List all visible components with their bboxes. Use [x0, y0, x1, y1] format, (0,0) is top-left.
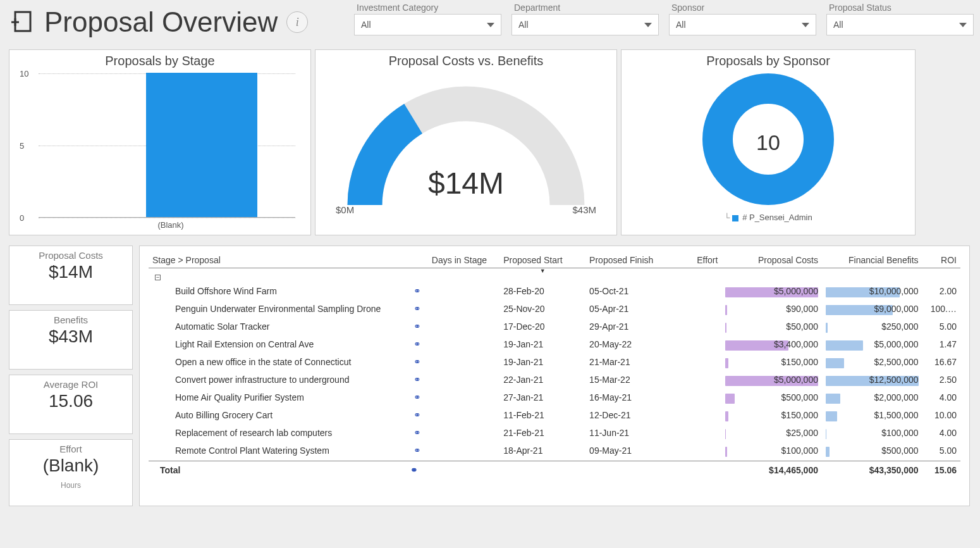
- table-totals-row: Total ⚭ $14,465,000 $43,350,000 15.06: [149, 461, 960, 478]
- chart-title: Proposal Costs vs. Benefits: [315, 50, 616, 70]
- col-days[interactable]: Days in Stage: [428, 249, 499, 268]
- filter-label-sponsor: Sponsor: [669, 0, 816, 14]
- table-row[interactable]: Convert power infrastructure to undergro…: [149, 372, 960, 390]
- proposal-name: Automatic Solar Tracker: [149, 319, 407, 337]
- table-row[interactable]: Home Air Quality Purifier System⚭27-Jan-…: [149, 390, 960, 408]
- gauge-max: $43M: [572, 204, 596, 215]
- card-average-roi[interactable]: Average ROI 15.06: [9, 375, 133, 434]
- col-roi[interactable]: ROI: [922, 249, 960, 268]
- link-icon[interactable]: ⚭: [413, 286, 421, 296]
- card-proposal-costs[interactable]: Proposal Costs $14M: [9, 246, 133, 305]
- collapse-toggle[interactable]: −: [155, 275, 161, 280]
- table-row[interactable]: Light Rail Extension on Central Ave⚭19-J…: [149, 337, 960, 354]
- donut-legend: └ # P_Sensei_Admin: [622, 213, 915, 222]
- link-icon[interactable]: ⚭: [413, 445, 421, 456]
- proposal-name: Convert power infrastructure to undergro…: [149, 372, 407, 390]
- proposal-name: Build Offshore Wind Farm: [149, 283, 407, 301]
- chart-title: Proposals by Sponsor: [622, 50, 915, 70]
- link-icon[interactable]: ⚭: [413, 304, 421, 314]
- link-icon[interactable]: ⚭: [413, 428, 421, 438]
- filter-department[interactable]: All: [511, 14, 659, 35]
- legend-swatch: [732, 215, 738, 221]
- link-icon[interactable]: ⚭: [413, 375, 421, 385]
- filter-status[interactable]: All: [826, 14, 974, 35]
- filter-label-category: Investment Category: [354, 0, 501, 14]
- col-effort[interactable]: Effort: [671, 249, 721, 268]
- filter-category[interactable]: All: [354, 14, 501, 35]
- link-icon[interactable]: ⚭: [413, 321, 421, 332]
- link-icon[interactable]: ⚭: [413, 357, 421, 367]
- proposal-name: Auto Billing Grocery Cart: [149, 408, 407, 425]
- card-effort[interactable]: Effort (Blank) Hours: [9, 439, 133, 506]
- col-costs[interactable]: Proposal Costs: [721, 249, 822, 268]
- chevron-down-icon: [644, 23, 652, 27]
- col-benefits[interactable]: Financial Benefits: [822, 249, 922, 268]
- proposal-icon: [10, 8, 35, 36]
- proposal-name: Light Rail Extension on Central Ave: [149, 337, 407, 354]
- filter-label-status: Proposal Status: [826, 0, 974, 14]
- proposal-name: Replacement of research lab computers: [149, 425, 407, 443]
- table-row[interactable]: Auto Billing Grocery Cart⚭11-Feb-2112-De…: [149, 408, 960, 425]
- chart-proposals-by-sponsor[interactable]: Proposals by Sponsor 10 └ # P_Sensei_Adm…: [621, 49, 916, 235]
- proposal-table[interactable]: Stage > Proposal Days in Stage Proposed …: [139, 246, 970, 506]
- link-icon[interactable]: ⚭: [410, 465, 418, 475]
- col-link: [407, 249, 428, 268]
- bar-category-label: (Blank): [31, 220, 310, 230]
- table-row[interactable]: Remote Control Plant Watering System⚭18-…: [149, 443, 960, 461]
- gauge-min: $0M: [336, 204, 354, 215]
- table-header-row: Stage > Proposal Days in Stage Proposed …: [149, 249, 960, 268]
- proposal-name: Open a new office in the state of Connec…: [149, 354, 407, 372]
- gauge-value: $14M: [315, 166, 616, 201]
- link-icon[interactable]: ⚭: [413, 392, 421, 402]
- card-benefits[interactable]: Benefits $43M: [9, 310, 133, 370]
- proposal-name: Remote Control Plant Watering System: [149, 443, 407, 461]
- table-row[interactable]: Replacement of research lab computers⚭21…: [149, 425, 960, 443]
- col-finish[interactable]: Proposed Finish: [585, 249, 671, 268]
- table-row[interactable]: Build Offshore Wind Farm⚭28-Feb-2005-Oct…: [149, 283, 960, 301]
- table-row[interactable]: Open a new office in the state of Connec…: [149, 354, 960, 372]
- filter-sponsor[interactable]: All: [669, 14, 816, 35]
- info-button[interactable]: i: [286, 11, 308, 33]
- table-row[interactable]: Penguin Underwater Environmental Samplin…: [149, 301, 960, 319]
- chevron-down-icon: [802, 23, 809, 27]
- link-icon[interactable]: ⚭: [413, 410, 421, 420]
- chart-proposals-by-stage[interactable]: Proposals by Stage 0510 (Blank): [9, 49, 311, 235]
- filter-bar: Investment Category All Department All S…: [354, 0, 974, 35]
- chevron-down-icon: [487, 23, 494, 27]
- col-start[interactable]: Proposed Start: [499, 249, 585, 268]
- filter-label-department: Department: [511, 0, 659, 14]
- link-icon[interactable]: ⚭: [413, 339, 421, 349]
- chart-costs-vs-benefits[interactable]: Proposal Costs vs. Benefits $14M $0M $43…: [315, 49, 617, 235]
- col-stage[interactable]: Stage > Proposal: [149, 249, 407, 268]
- proposal-name: Penguin Underwater Environmental Samplin…: [149, 301, 407, 319]
- chevron-down-icon: [959, 23, 967, 27]
- chart-title: Proposals by Stage: [9, 50, 310, 70]
- donut-center-value: 10: [622, 130, 915, 155]
- page-title: Proposal Overview: [44, 6, 278, 38]
- proposal-name: Home Air Quality Purifier System: [149, 390, 407, 408]
- table-row[interactable]: Automatic Solar Tracker⚭17-Dec-2029-Apr-…: [149, 319, 960, 337]
